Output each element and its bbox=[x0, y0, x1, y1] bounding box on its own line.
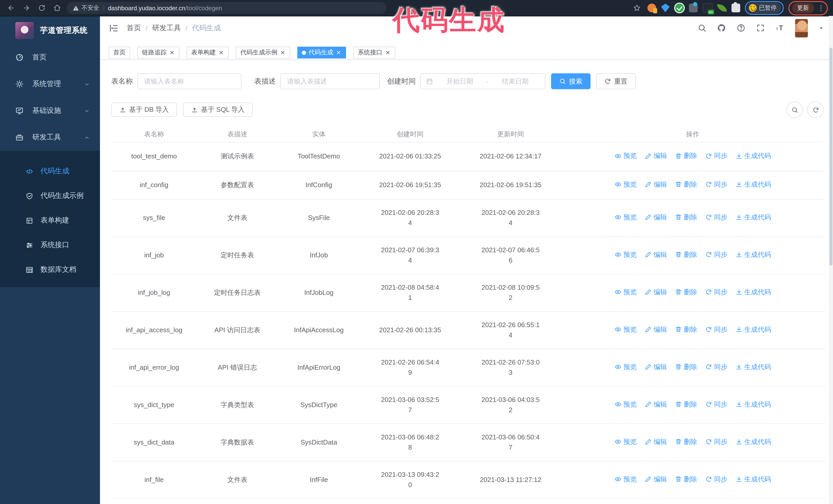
check-badge-icon[interactable] bbox=[675, 4, 684, 12]
colorpicker-icon[interactable] bbox=[647, 4, 656, 12]
close-icon[interactable] bbox=[280, 50, 286, 55]
action-trash[interactable]: 删除 bbox=[675, 437, 697, 447]
action-edit[interactable]: 编辑 bbox=[645, 151, 667, 161]
update-button[interactable]: 更新 bbox=[792, 3, 814, 13]
import-db-button[interactable]: 基于 DB 导入 bbox=[111, 102, 177, 117]
breadcrumb-home[interactable]: 首页 bbox=[127, 23, 141, 32]
refresh-table-button[interactable] bbox=[807, 101, 824, 118]
action-trash[interactable]: 删除 bbox=[675, 151, 697, 161]
table-name-input[interactable] bbox=[137, 73, 241, 89]
sidebar-menu-item[interactable]: 首页 bbox=[0, 44, 100, 71]
action-eye[interactable]: 预览 bbox=[615, 474, 637, 484]
window-scrollbar-track[interactable] bbox=[829, 16, 833, 504]
action-edit[interactable]: 编辑 bbox=[645, 250, 667, 260]
action-trash[interactable]: 删除 bbox=[675, 179, 697, 189]
plant-icon[interactable] bbox=[717, 3, 727, 13]
action-edit[interactable]: 编辑 bbox=[645, 179, 667, 189]
view-tab[interactable]: 代码生成示例 bbox=[236, 47, 290, 58]
address-bar[interactable]: 不安全 dashboard.yudao.iocoder.cn/tool/code… bbox=[67, 2, 386, 14]
action-eye[interactable]: 预览 bbox=[615, 151, 637, 161]
action-trash[interactable]: 删除 bbox=[675, 250, 697, 260]
logo-row[interactable]: 芋道管理系统 bbox=[0, 17, 100, 44]
view-tab[interactable]: 表单构建 bbox=[187, 47, 229, 58]
sidebar-menu-item[interactable]: 基础设施 bbox=[0, 97, 100, 124]
action-eye[interactable]: 预览 bbox=[615, 212, 637, 222]
search-button[interactable]: 搜索 bbox=[551, 73, 591, 89]
home-icon[interactable] bbox=[51, 2, 63, 14]
window-scrollbar-thumb[interactable] bbox=[829, 48, 832, 266]
action-edit[interactable]: 编辑 bbox=[645, 325, 667, 335]
action-sync[interactable]: 同步 bbox=[705, 325, 728, 335]
action-edit[interactable]: 编辑 bbox=[645, 362, 667, 372]
action-download[interactable]: 生成代码 bbox=[736, 250, 771, 260]
action-download[interactable]: 生成代码 bbox=[736, 400, 771, 410]
action-sync[interactable]: 同步 bbox=[705, 151, 728, 161]
help-icon[interactable] bbox=[737, 24, 745, 32]
recorder-on-icon[interactable] bbox=[703, 3, 712, 13]
sidebar-submenu-item[interactable]: 代码生成示例 bbox=[0, 184, 100, 208]
profile-chip[interactable]: 已暂停 bbox=[744, 1, 784, 15]
action-eye[interactable]: 预览 bbox=[615, 287, 637, 297]
browser-menu-icon[interactable]: ⋮ bbox=[818, 5, 824, 10]
action-eye[interactable]: 预览 bbox=[615, 179, 637, 189]
avatar[interactable] bbox=[795, 19, 808, 37]
sidebar-submenu-item[interactable]: 数据库文档 bbox=[0, 257, 100, 282]
action-sync[interactable]: 同步 bbox=[705, 400, 728, 410]
action-download[interactable]: 生成代码 bbox=[736, 287, 771, 297]
action-download[interactable]: 生成代码 bbox=[736, 474, 771, 484]
github-icon[interactable] bbox=[717, 24, 726, 32]
action-trash[interactable]: 删除 bbox=[675, 212, 697, 222]
close-icon[interactable] bbox=[336, 50, 341, 55]
back-icon[interactable] bbox=[5, 2, 17, 14]
close-icon[interactable] bbox=[385, 50, 390, 55]
view-tab[interactable]: 链路追踪 bbox=[137, 47, 180, 58]
sidebar-submenu-item[interactable]: 表单构建 bbox=[0, 208, 100, 233]
action-download[interactable]: 生成代码 bbox=[736, 362, 771, 372]
action-trash[interactable]: 删除 bbox=[675, 400, 697, 410]
close-icon[interactable] bbox=[218, 50, 224, 55]
action-download[interactable]: 生成代码 bbox=[736, 212, 771, 222]
security-warning[interactable]: 不安全 bbox=[73, 4, 99, 12]
action-download[interactable]: 生成代码 bbox=[736, 325, 771, 335]
puzzle-icon[interactable] bbox=[731, 4, 740, 12]
gem-icon[interactable] bbox=[661, 4, 670, 12]
sidebar-menu-item[interactable]: 系统管理 bbox=[0, 71, 100, 97]
action-trash[interactable]: 删除 bbox=[675, 474, 697, 484]
fullscreen-icon[interactable] bbox=[756, 24, 765, 32]
action-sync[interactable]: 同步 bbox=[705, 362, 728, 372]
forward-icon[interactable] bbox=[21, 2, 32, 14]
action-sync[interactable]: 同步 bbox=[705, 250, 728, 260]
bookmark-star-icon[interactable] bbox=[631, 2, 643, 14]
reload-icon[interactable] bbox=[36, 2, 47, 14]
action-edit[interactable]: 编辑 bbox=[645, 287, 667, 297]
action-eye[interactable]: 预览 bbox=[615, 325, 637, 335]
action-download[interactable]: 生成代码 bbox=[736, 179, 771, 189]
view-tab[interactable]: 系统接口 bbox=[353, 47, 395, 58]
import-sql-button[interactable]: 基于 SQL 导入 bbox=[183, 102, 253, 117]
search-icon[interactable] bbox=[698, 24, 706, 32]
toggle-search-button[interactable] bbox=[786, 101, 803, 118]
action-trash[interactable]: 删除 bbox=[675, 287, 697, 297]
sidebar-submenu-item[interactable]: 系统接口 bbox=[0, 233, 100, 257]
view-tab[interactable]: 代码生成 bbox=[297, 47, 346, 58]
sidebar-submenu-item[interactable]: 代码生成 bbox=[0, 159, 100, 184]
action-eye[interactable]: 预览 bbox=[615, 437, 637, 447]
action-sync[interactable]: 同步 bbox=[705, 474, 728, 484]
breadcrumb-tools[interactable]: 研发工具 bbox=[152, 23, 181, 32]
close-icon[interactable] bbox=[169, 50, 175, 55]
action-sync[interactable]: 同步 bbox=[705, 437, 728, 447]
action-edit[interactable]: 编辑 bbox=[645, 474, 667, 484]
sidebar-fold-icon[interactable] bbox=[109, 23, 118, 32]
action-trash[interactable]: 删除 bbox=[675, 325, 697, 335]
reset-button[interactable]: 重置 bbox=[596, 73, 636, 89]
action-eye[interactable]: 预览 bbox=[615, 400, 637, 410]
action-sync[interactable]: 同步 bbox=[705, 212, 728, 222]
action-sync[interactable]: 同步 bbox=[705, 179, 728, 189]
action-edit[interactable]: 编辑 bbox=[645, 212, 667, 222]
chevron-down-icon[interactable] bbox=[819, 25, 824, 30]
view-tab[interactable]: 首页 bbox=[109, 47, 130, 58]
action-eye[interactable]: 预览 bbox=[615, 250, 637, 260]
table-desc-input[interactable] bbox=[280, 73, 380, 89]
action-sync[interactable]: 同步 bbox=[705, 287, 728, 297]
action-edit[interactable]: 编辑 bbox=[645, 400, 667, 410]
